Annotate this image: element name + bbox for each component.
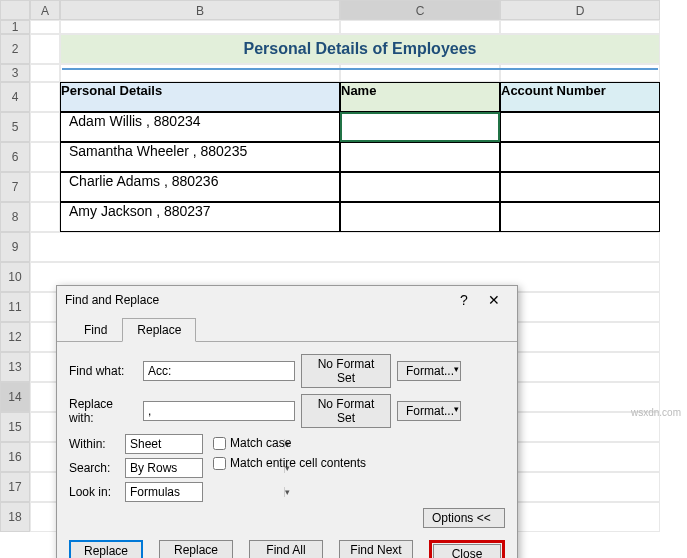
find-what-input[interactable]: ▾ bbox=[143, 361, 295, 381]
watermark: wsxdn.com bbox=[631, 407, 681, 418]
replace-format-status: No Format Set bbox=[301, 394, 391, 428]
row-header-3[interactable]: 3 bbox=[0, 64, 30, 82]
table-cell[interactable]: Amy Jackson , 880237 bbox=[60, 202, 340, 232]
cell[interactable] bbox=[30, 202, 60, 232]
replace-button[interactable]: Replace bbox=[159, 540, 233, 558]
close-highlight: Close bbox=[429, 540, 505, 558]
close-button[interactable]: Close bbox=[433, 544, 501, 558]
table-cell[interactable]: Charlie Adams , 880236 bbox=[60, 172, 340, 202]
cell[interactable] bbox=[500, 20, 660, 34]
find-what-field[interactable] bbox=[144, 364, 302, 378]
cell[interactable] bbox=[60, 20, 340, 34]
row-header-8[interactable]: 8 bbox=[0, 202, 30, 232]
format-label: Format... bbox=[406, 404, 454, 418]
col-header-c[interactable]: C bbox=[340, 0, 500, 20]
replace-with-field[interactable] bbox=[144, 404, 302, 418]
match-entire-input[interactable] bbox=[213, 457, 226, 470]
replace-format-button[interactable]: Format...▾ bbox=[397, 401, 461, 421]
tab-replace[interactable]: Replace bbox=[122, 318, 196, 342]
col-header-d[interactable]: D bbox=[500, 0, 660, 20]
row-header-10[interactable]: 10 bbox=[0, 262, 30, 292]
options-button[interactable]: Options << bbox=[423, 508, 505, 528]
table-cell[interactable] bbox=[340, 172, 500, 202]
row-header-6[interactable]: 6 bbox=[0, 142, 30, 172]
dialog-titlebar[interactable]: Find and Replace ? ✕ bbox=[57, 286, 517, 314]
chevron-down-icon: ▾ bbox=[454, 404, 459, 418]
tab-find-label: Find bbox=[84, 323, 107, 337]
within-select[interactable]: ▾ bbox=[125, 434, 203, 454]
table-cell[interactable] bbox=[500, 172, 660, 202]
find-format-button[interactable]: Format...▾ bbox=[397, 361, 461, 381]
row-header-14[interactable]: 14 bbox=[0, 382, 30, 412]
row-header-17[interactable]: 17 bbox=[0, 472, 30, 502]
table-header-name[interactable]: Name bbox=[340, 82, 500, 112]
cell[interactable] bbox=[340, 20, 500, 34]
lookin-label: Look in: bbox=[69, 485, 119, 499]
close-icon[interactable]: ✕ bbox=[479, 292, 509, 308]
find-what-label: Find what: bbox=[69, 364, 137, 378]
cell[interactable] bbox=[30, 112, 60, 142]
table-header-account[interactable]: Account Number bbox=[500, 82, 660, 112]
replace-with-label: Replace with: bbox=[69, 397, 137, 425]
select-all-corner[interactable] bbox=[0, 0, 30, 20]
match-entire-checkbox[interactable]: Match entire cell contents bbox=[213, 456, 366, 470]
col-header-b[interactable]: B bbox=[60, 0, 340, 20]
cell[interactable] bbox=[30, 142, 60, 172]
table-cell[interactable] bbox=[340, 202, 500, 232]
match-case-label: Match case bbox=[230, 436, 291, 450]
find-replace-dialog: Find and Replace ? ✕ Find Replace Find w… bbox=[56, 285, 518, 558]
match-case-checkbox[interactable]: Match case bbox=[213, 436, 366, 450]
table-cell[interactable] bbox=[340, 142, 500, 172]
cell[interactable] bbox=[30, 34, 60, 64]
title-underline bbox=[62, 68, 658, 70]
row-header-12[interactable]: 12 bbox=[0, 322, 30, 352]
search-label: Search: bbox=[69, 461, 119, 475]
row-header-11[interactable]: 11 bbox=[0, 292, 30, 322]
cell[interactable] bbox=[500, 64, 660, 82]
row-header-2[interactable]: 2 bbox=[0, 34, 30, 64]
replace-with-input[interactable]: ▾ bbox=[143, 401, 295, 421]
dialog-title: Find and Replace bbox=[65, 293, 449, 307]
table-cell[interactable]: Adam Willis , 880234 bbox=[60, 112, 340, 142]
row-header-9[interactable]: 9 bbox=[0, 232, 30, 262]
cell[interactable] bbox=[30, 64, 60, 82]
within-label: Within: bbox=[69, 437, 119, 451]
table-cell[interactable] bbox=[500, 202, 660, 232]
dialog-tabs: Find Replace bbox=[57, 318, 517, 342]
chevron-down-icon: ▾ bbox=[454, 364, 459, 378]
cell[interactable] bbox=[60, 64, 340, 82]
tab-panel: Find what: ▾ No Format Set Format...▾ Re… bbox=[57, 341, 517, 558]
table-header-personal[interactable]: Personal Details bbox=[60, 82, 340, 112]
match-entire-label: Match entire cell contents bbox=[230, 456, 366, 470]
row-header-1[interactable]: 1 bbox=[0, 20, 30, 34]
search-select[interactable]: ▾ bbox=[125, 458, 203, 478]
table-cell[interactable] bbox=[500, 112, 660, 142]
row-header-13[interactable]: 13 bbox=[0, 352, 30, 382]
cell[interactable] bbox=[30, 20, 60, 34]
row-header-18[interactable]: 18 bbox=[0, 502, 30, 532]
tab-replace-label: Replace bbox=[137, 323, 181, 337]
lookin-select[interactable]: ▾ bbox=[125, 482, 203, 502]
row-header-7[interactable]: 7 bbox=[0, 172, 30, 202]
col-header-a[interactable]: A bbox=[30, 0, 60, 20]
table-cell-selected[interactable] bbox=[340, 112, 500, 142]
cell[interactable] bbox=[340, 64, 500, 82]
cell[interactable] bbox=[30, 232, 660, 262]
replace-all-button[interactable]: Replace All bbox=[69, 540, 143, 558]
row-header-15[interactable]: 15 bbox=[0, 412, 30, 442]
row-header-16[interactable]: 16 bbox=[0, 442, 30, 472]
row-header-5[interactable]: 5 bbox=[0, 112, 30, 142]
row-header-4[interactable]: 4 bbox=[0, 82, 30, 112]
find-next-button[interactable]: Find Next bbox=[339, 540, 413, 558]
format-label: Format... bbox=[406, 364, 454, 378]
cell[interactable] bbox=[30, 172, 60, 202]
page-title[interactable]: Personal Details of Employees bbox=[60, 34, 660, 64]
table-cell[interactable]: Samantha Wheeler , 880235 bbox=[60, 142, 340, 172]
tab-find[interactable]: Find bbox=[69, 318, 122, 342]
cell[interactable] bbox=[30, 82, 60, 112]
find-format-status: No Format Set bbox=[301, 354, 391, 388]
match-case-input[interactable] bbox=[213, 437, 226, 450]
help-button[interactable]: ? bbox=[449, 292, 479, 308]
table-cell[interactable] bbox=[500, 142, 660, 172]
find-all-button[interactable]: Find All bbox=[249, 540, 323, 558]
